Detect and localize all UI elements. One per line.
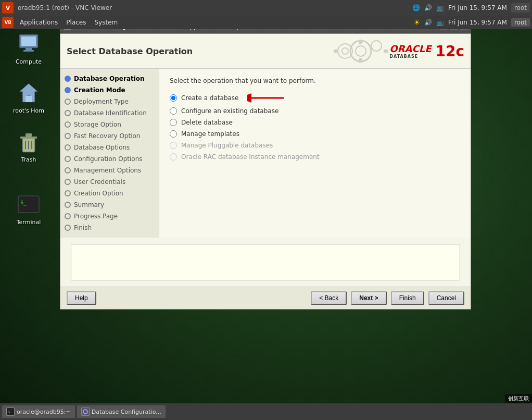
taskbar-item-dbconfig[interactable]: Database Configuratio... xyxy=(77,405,166,418)
sidebar-item-config-options: Configuration Options xyxy=(60,153,159,165)
dialog-content: Select Database Operation xyxy=(60,33,471,310)
radio-delete-database[interactable]: Delete database xyxy=(170,119,460,126)
sidebar-item-summary: Summary xyxy=(60,199,159,211)
user-label: root xyxy=(511,3,530,13)
sidebar: Database Operation Creation Mode Deploym… xyxy=(60,69,159,238)
dot-management xyxy=(65,167,71,174)
finish-button[interactable]: Finish xyxy=(391,291,424,305)
help-button[interactable]: Help xyxy=(67,291,96,305)
dbconfig-task-icon xyxy=(81,407,90,416)
menu-places[interactable]: Places xyxy=(62,18,90,27)
dot-user-credentials xyxy=(65,179,71,185)
dot-fast-recovery xyxy=(65,133,71,139)
dot-creation-option xyxy=(65,190,71,196)
description-box xyxy=(71,244,460,280)
back-button[interactable]: < Back xyxy=(311,291,347,305)
radio-templates-input[interactable] xyxy=(170,130,177,138)
vnc-logo: V xyxy=(2,2,14,14)
cancel-button[interactable]: Cancel xyxy=(428,291,464,305)
sound-icon: 🔊 xyxy=(424,4,432,11)
terminal-icon-img: $_ xyxy=(16,192,41,217)
home-icon-img xyxy=(16,80,41,105)
next-button[interactable]: Next > xyxy=(351,291,386,305)
dot-db-options xyxy=(65,144,71,151)
computer-icon-img xyxy=(16,31,41,56)
menu-applications[interactable]: Applications xyxy=(16,18,62,27)
computer-label: Compute xyxy=(16,58,42,65)
sidebar-item-db-options: Database Options xyxy=(60,142,159,153)
button-bar: Help < Back Next > Finish Cancel xyxy=(60,287,471,309)
terminal-label: Terminal xyxy=(17,219,41,226)
radio-manage-templates[interactable]: Manage templates xyxy=(170,130,460,138)
desktop-icon-trash[interactable]: Trash xyxy=(10,127,47,165)
sidebar-item-database-id: Database Identification xyxy=(60,107,159,119)
dot-config-options xyxy=(65,156,71,162)
dot-database-id xyxy=(65,110,71,116)
radio-configure-database[interactable]: Configure an existing database xyxy=(170,107,460,115)
sidebar-item-creation-mode[interactable]: Creation Mode xyxy=(60,84,159,96)
svg-rect-8 xyxy=(26,133,32,137)
oracle-logo: ORACLE DATABASE 12c xyxy=(389,43,464,60)
radio-rac-input xyxy=(170,153,177,160)
content-area: Select the operation that you want to pe… xyxy=(159,69,471,238)
radio-pluggable-label: Manage Pluggable databases xyxy=(181,142,273,149)
svg-text:$_: $_ xyxy=(20,200,27,206)
radio-configure-input[interactable] xyxy=(170,107,177,115)
sys-icon-1: ☀️ xyxy=(413,18,420,27)
dot-creation-mode xyxy=(65,87,71,93)
radio-group: Create a database xyxy=(170,93,460,160)
dot-database-operation xyxy=(65,76,71,82)
radio-create-input[interactable] xyxy=(170,94,177,102)
svg-rect-18 xyxy=(334,50,338,53)
sidebar-item-storage: Storage Option xyxy=(60,119,159,130)
radio-create-database[interactable]: Create a database xyxy=(170,93,460,103)
svg-rect-17 xyxy=(359,58,362,63)
taskbar-top: V oradb95:1 (root) - VNC Viewer 🌐 🔊 📺 Fr… xyxy=(0,0,532,16)
svg-rect-1 xyxy=(21,36,36,46)
dialog-header-title: Select Database Operation xyxy=(67,46,193,56)
sidebar-item-finish: Finish xyxy=(60,222,159,233)
dialog-body: Database Operation Creation Mode Deploym… xyxy=(60,69,471,238)
sidebar-item-database-operation[interactable]: Database Operation xyxy=(60,73,159,84)
menu-system[interactable]: System xyxy=(90,18,122,27)
radio-create-label: Create a database xyxy=(181,94,239,102)
sidebar-item-progress: Progress Page xyxy=(60,211,159,222)
radio-configure-label: Configure an existing database xyxy=(181,107,278,115)
taskbar-item-terminal[interactable]: $ oracle@oradb95:~ xyxy=(2,405,75,418)
trash-icon-img xyxy=(16,129,41,154)
app-menu-bar: V8 Applications Places System ☀️ 🔊 📺 Fri… xyxy=(0,16,532,29)
svg-point-21 xyxy=(342,48,348,54)
trash-label: Trash xyxy=(21,156,36,163)
dot-finish xyxy=(65,225,71,231)
svg-rect-2 xyxy=(26,48,32,50)
sidebar-item-fast-recovery: Fast Recovery Option xyxy=(60,130,159,142)
home-label: root's Hom xyxy=(13,107,44,114)
desktop-icon-computer[interactable]: Compute xyxy=(10,29,47,67)
radio-templates-label: Manage templates xyxy=(181,130,239,138)
taskbar-bottom: $ oracle@oradb95:~ Database Configuratio… xyxy=(0,403,532,420)
oracle-text: ORACLE xyxy=(389,43,431,54)
svg-rect-16 xyxy=(359,40,362,44)
svg-point-15 xyxy=(356,46,366,56)
sidebar-item-user-credentials: User Credentials xyxy=(60,176,159,188)
dot-storage xyxy=(65,121,71,128)
taskbar-right: 🌐 🔊 📺 Fri Jun 15, 9:57 AM root xyxy=(412,3,530,13)
network-icon: 🌐 xyxy=(412,4,420,11)
dialog-window: Database Configuration Assistant - Appli… xyxy=(60,19,471,310)
svg-rect-7 xyxy=(20,137,37,139)
instruction-text: Select the operation that you want to pe… xyxy=(170,77,460,84)
svg-point-22 xyxy=(371,41,382,51)
svg-text:$: $ xyxy=(8,410,10,414)
user-badge: root xyxy=(511,18,530,27)
sidebar-item-deployment-type: Deployment Type xyxy=(60,96,159,107)
display-icon: 📺 xyxy=(436,4,444,11)
sys-icon-3: 📺 xyxy=(436,19,444,26)
oracle-version: 12c xyxy=(435,43,464,60)
radio-delete-label: Delete database xyxy=(181,119,233,126)
desktop-icon-home[interactable]: root's Hom xyxy=(10,78,47,116)
radio-delete-input[interactable] xyxy=(170,119,177,126)
dot-deployment-type xyxy=(65,98,71,105)
svg-rect-27 xyxy=(82,408,89,415)
radio-pluggable-input xyxy=(170,142,177,149)
desktop-icon-terminal[interactable]: $_ Terminal xyxy=(10,190,47,228)
